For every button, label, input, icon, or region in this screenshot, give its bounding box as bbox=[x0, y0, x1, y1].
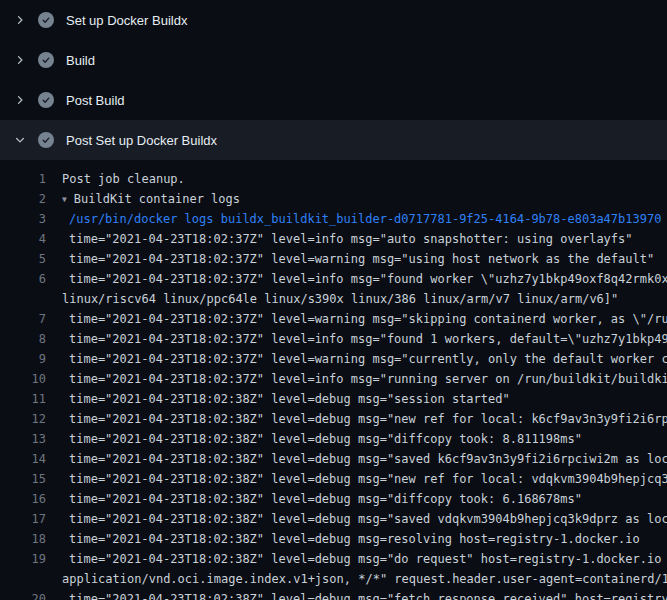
log-line: 13time="2021-04-23T18:02:38Z" level=debu… bbox=[0, 429, 667, 449]
log-line-text: time="2021-04-23T18:02:38Z" level=debug … bbox=[62, 589, 667, 600]
log-line-number[interactable]: 3 bbox=[0, 209, 46, 229]
log-line: 19time="2021-04-23T18:02:38Z" level=debu… bbox=[0, 549, 667, 569]
log-line-number[interactable]: 13 bbox=[0, 429, 46, 449]
step-label: Post Build bbox=[66, 93, 125, 108]
log-line: 5time="2021-04-23T18:02:37Z" level=warni… bbox=[0, 249, 667, 269]
chevron-right-icon bbox=[12, 12, 28, 28]
log-line: 6time="2021-04-23T18:02:37Z" level=info … bbox=[0, 269, 667, 289]
group-label: BuildKit container logs bbox=[74, 192, 240, 206]
step-row-post-set-up-docker-buildx[interactable]: Post Set up Docker Buildx bbox=[0, 120, 667, 160]
log-line-text: time="2021-04-23T18:02:38Z" level=debug … bbox=[62, 489, 582, 509]
log-line-number[interactable]: 9 bbox=[0, 349, 46, 369]
check-circle-icon bbox=[38, 92, 54, 108]
log-line: 16time="2021-04-23T18:02:38Z" level=debu… bbox=[0, 489, 667, 509]
log-area: 1Post job cleanup.2▼BuildKit container l… bbox=[0, 160, 667, 600]
log-line-number bbox=[0, 289, 46, 309]
log-line-number[interactable]: 5 bbox=[0, 249, 46, 269]
log-line-number[interactable]: 1 bbox=[0, 169, 46, 189]
log-line-text: time="2021-04-23T18:02:38Z" level=debug … bbox=[62, 409, 667, 429]
chevron-right-icon bbox=[12, 52, 28, 68]
log-line-number[interactable]: 12 bbox=[0, 409, 46, 429]
log-line-text: time="2021-04-23T18:02:37Z" level=warnin… bbox=[62, 309, 667, 329]
log-line-text: time="2021-04-23T18:02:38Z" level=debug … bbox=[62, 429, 582, 449]
log-line-text: time="2021-04-23T18:02:37Z" level=info m… bbox=[62, 329, 667, 349]
log-line-number[interactable]: 10 bbox=[0, 369, 46, 389]
log-line: 9time="2021-04-23T18:02:37Z" level=warni… bbox=[0, 349, 667, 369]
step-row-build[interactable]: Build bbox=[0, 40, 667, 80]
log-line: 8time="2021-04-23T18:02:37Z" level=info … bbox=[0, 329, 667, 349]
log-line: 15time="2021-04-23T18:02:38Z" level=debu… bbox=[0, 469, 667, 489]
log-line-text: time="2021-04-23T18:02:38Z" level=debug … bbox=[62, 389, 510, 409]
log-line-text: time="2021-04-23T18:02:38Z" level=debug … bbox=[62, 449, 667, 469]
log-line-number[interactable]: 4 bbox=[0, 229, 46, 249]
log-line: 20time="2021-04-23T18:02:38Z" level=debu… bbox=[0, 589, 667, 600]
log-line-number[interactable]: 20 bbox=[0, 589, 46, 600]
log-line: application/vnd.oci.image.index.v1+json,… bbox=[0, 569, 667, 589]
log-line: 3/usr/bin/docker logs buildx_buildkit_bu… bbox=[0, 209, 667, 229]
actions-log-viewer: Set up Docker Buildx Build Post Build Po… bbox=[0, 0, 667, 600]
log-line-text: linux/riscv64 linux/ppc64le linux/s390x … bbox=[62, 289, 618, 309]
check-circle-icon bbox=[38, 132, 54, 148]
log-line: 18time="2021-04-23T18:02:38Z" level=debu… bbox=[0, 529, 667, 549]
check-circle-icon bbox=[38, 12, 54, 28]
log-line: 7time="2021-04-23T18:02:37Z" level=warni… bbox=[0, 309, 667, 329]
log-line: 11time="2021-04-23T18:02:38Z" level=debu… bbox=[0, 389, 667, 409]
log-line: linux/riscv64 linux/ppc64le linux/s390x … bbox=[0, 289, 667, 309]
log-line-text: time="2021-04-23T18:02:38Z" level=debug … bbox=[62, 549, 667, 569]
log-line-number[interactable]: 6 bbox=[0, 269, 46, 289]
step-label: Post Set up Docker Buildx bbox=[66, 133, 217, 148]
log-line-text: time="2021-04-23T18:02:38Z" level=debug … bbox=[62, 469, 667, 489]
check-circle-icon bbox=[38, 52, 54, 68]
log-line-text[interactable]: ▼BuildKit container logs bbox=[62, 189, 240, 209]
log-line: 17time="2021-04-23T18:02:38Z" level=debu… bbox=[0, 509, 667, 529]
log-line-number[interactable]: 16 bbox=[0, 489, 46, 509]
log-line-text: time="2021-04-23T18:02:37Z" level=info m… bbox=[62, 229, 633, 249]
log-rows: 1Post job cleanup.2▼BuildKit container l… bbox=[0, 169, 667, 600]
log-line-number[interactable]: 15 bbox=[0, 469, 46, 489]
log-line-number[interactable]: 14 bbox=[0, 449, 46, 469]
log-line-number[interactable]: 8 bbox=[0, 329, 46, 349]
log-command-text: /usr/bin/docker logs buildx_buildkit_bui… bbox=[62, 209, 661, 229]
chevron-right-icon bbox=[12, 92, 28, 108]
log-line-text: time="2021-04-23T18:02:38Z" level=debug … bbox=[62, 509, 667, 529]
log-line-number bbox=[0, 569, 46, 589]
log-line-text: time="2021-04-23T18:02:37Z" level=warnin… bbox=[62, 349, 667, 369]
log-line-text: Post job cleanup. bbox=[62, 169, 185, 189]
log-line: 14time="2021-04-23T18:02:38Z" level=debu… bbox=[0, 449, 667, 469]
log-line-number[interactable]: 19 bbox=[0, 549, 46, 569]
step-label: Set up Docker Buildx bbox=[66, 13, 187, 28]
log-line-number[interactable]: 11 bbox=[0, 389, 46, 409]
step-row-post-build[interactable]: Post Build bbox=[0, 80, 667, 120]
log-line-text: application/vnd.oci.image.index.v1+json,… bbox=[62, 569, 667, 589]
chevron-down-icon bbox=[12, 132, 28, 148]
log-line-text: time="2021-04-23T18:02:37Z" level=info m… bbox=[62, 269, 667, 289]
log-line-number[interactable]: 18 bbox=[0, 529, 46, 549]
log-line-number[interactable]: 2 bbox=[0, 189, 46, 209]
log-line-text: time="2021-04-23T18:02:37Z" level=info m… bbox=[62, 369, 667, 389]
log-line-text: time="2021-04-23T18:02:37Z" level=warnin… bbox=[62, 249, 654, 269]
log-line: 2▼BuildKit container logs bbox=[0, 189, 667, 209]
log-line: 10time="2021-04-23T18:02:37Z" level=info… bbox=[0, 369, 667, 389]
log-line: 1Post job cleanup. bbox=[0, 169, 667, 189]
log-line-number[interactable]: 7 bbox=[0, 309, 46, 329]
log-line: 4time="2021-04-23T18:02:37Z" level=info … bbox=[0, 229, 667, 249]
step-row-set-up-docker-buildx[interactable]: Set up Docker Buildx bbox=[0, 0, 667, 40]
log-line-number[interactable]: 17 bbox=[0, 509, 46, 529]
log-line-text: time="2021-04-23T18:02:38Z" level=debug … bbox=[62, 529, 640, 549]
step-label: Build bbox=[66, 53, 95, 68]
log-line: 12time="2021-04-23T18:02:38Z" level=debu… bbox=[0, 409, 667, 429]
group-collapse-triangle-icon: ▼ bbox=[62, 190, 67, 209]
